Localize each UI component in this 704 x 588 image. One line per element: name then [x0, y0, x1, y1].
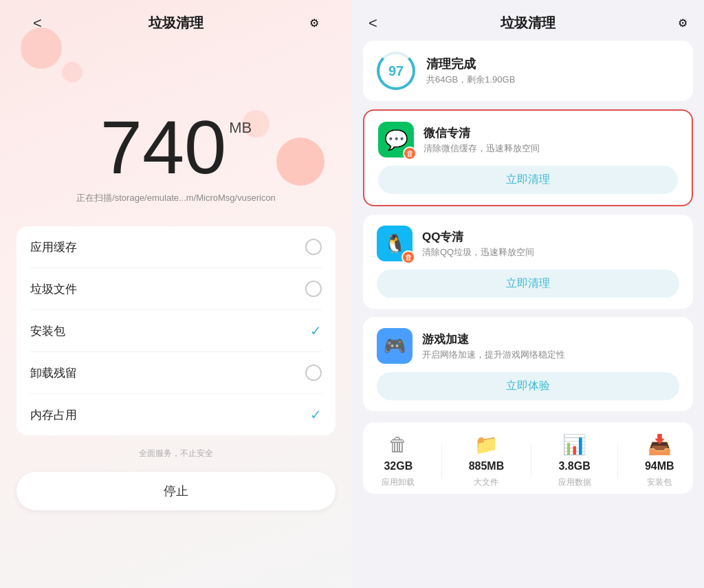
game-name: 游戏加速 — [422, 331, 565, 347]
stat-divider-3 — [617, 444, 618, 478]
deco-circle-2 — [62, 62, 82, 83]
check-item-cache[interactable]: 应用缓存 — [30, 226, 322, 268]
qq-clean-button[interactable]: 立即清理 — [377, 270, 679, 298]
qq-card-header: 🐧 🗑 QQ专清 清除QQ垃圾，迅速释放空间 — [377, 226, 679, 261]
left-gear-icon[interactable]: ⚙ — [298, 17, 319, 30]
wechat-desc: 清除微信缓存，迅速释放空间 — [424, 142, 540, 155]
uninstall-icon: 🗑 — [388, 433, 408, 456]
bigfile-label: 大文件 — [474, 477, 498, 488]
qq-name: QQ专清 — [422, 229, 534, 245]
check-tick-memory: ✓ — [310, 406, 322, 423]
qq-card: 🐧 🗑 QQ专清 清除QQ垃圾，迅速释放空间 立即清理 — [363, 215, 693, 309]
check-tick-apk: ✓ — [310, 323, 322, 339]
install-value: 94MB — [645, 460, 674, 472]
wechat-trash-badge: 🗑 — [403, 146, 417, 160]
game-card: 🎮 游戏加速 开启网络加速，提升游戏网络稳定性 立即体验 — [363, 317, 693, 411]
check-label-cache: 应用缓存 — [30, 239, 77, 255]
uninstall-value: 32GB — [384, 460, 412, 472]
stat-bigfile[interactable]: 📁 885MB 大文件 — [469, 433, 505, 488]
check-label-residual: 卸载残留 — [30, 365, 77, 381]
status-card: 97 清理完成 共64GB，剩余1.90GB — [363, 41, 693, 101]
install-icon: 📥 — [648, 433, 672, 456]
storage-display: 740 MB — [100, 109, 252, 185]
uninstall-label: 应用卸载 — [382, 477, 415, 488]
qq-trash-badge: 🗑 — [402, 250, 415, 264]
check-item-junk[interactable]: 垃圾文件 — [30, 268, 322, 310]
status-sub: 共64GB，剩余1.90GB — [426, 74, 515, 86]
check-label-junk: 垃圾文件 — [30, 281, 77, 297]
qq-info: QQ专清 清除QQ垃圾，迅速释放空间 — [422, 229, 534, 259]
install-label: 安装包 — [647, 477, 672, 488]
game-info: 游戏加速 开启网络加速，提升游戏网络稳定性 — [422, 331, 565, 361]
storage-unit: MB — [229, 119, 252, 137]
left-panel: < 垃圾清理 ⚙ 740 MB 正在扫描/storage/emulate...m… — [0, 0, 352, 588]
appdata-value: 3.8GB — [558, 460, 590, 472]
check-label-apk: 安装包 — [30, 323, 65, 339]
right-content: 97 清理完成 共64GB，剩余1.90GB 💬 🗑 微信专清 清除微信缓存，迅… — [352, 41, 704, 588]
wechat-clean-button[interactable]: 立即清理 — [378, 166, 678, 194]
check-circle-junk — [305, 281, 322, 297]
qq-desc: 清除QQ垃圾，迅速释放空间 — [422, 246, 534, 259]
check-item-residual[interactable]: 卸载残留 — [30, 352, 322, 394]
wechat-card-header: 💬 🗑 微信专清 清除微信缓存，迅速释放空间 — [378, 122, 678, 157]
appdata-label: 应用数据 — [558, 477, 591, 488]
stat-divider-2 — [531, 444, 531, 478]
stat-uninstall[interactable]: 🗑 32GB 应用卸载 — [382, 433, 415, 488]
status-info: 清理完成 共64GB，剩余1.90GB — [426, 56, 515, 86]
check-circle-cache — [305, 239, 322, 255]
check-item-apk[interactable]: 安装包 ✓ — [30, 310, 322, 352]
game-card-header: 🎮 游戏加速 开启网络加速，提升游戏网络稳定性 — [377, 328, 679, 364]
left-page-title: 垃圾清理 — [148, 14, 204, 32]
checklist: 应用缓存 垃圾文件 安装包 ✓ 卸载残留 内存占用 ✓ — [16, 226, 336, 435]
game-icon-wrapper: 🎮 — [377, 328, 412, 364]
wechat-name: 微信专清 — [424, 125, 540, 141]
stop-button[interactable]: 停止 — [16, 472, 336, 510]
bigfile-icon: 📁 — [474, 433, 498, 456]
left-header: < 垃圾清理 ⚙ — [16, 0, 336, 41]
right-page-title: 垃圾清理 — [500, 14, 556, 32]
right-header: < 垃圾清理 ⚙ — [352, 0, 704, 41]
wechat-info: 微信专清 清除微信缓存，迅速释放空间 — [424, 125, 540, 155]
game-icon: 🎮 — [377, 328, 412, 364]
deco-circle-1 — [21, 28, 62, 69]
stat-divider-1 — [441, 444, 442, 478]
right-gear-icon[interactable]: ⚙ — [667, 17, 688, 30]
wechat-icon-wrapper: 💬 🗑 — [378, 122, 414, 157]
service-text: 全面服务，不止安全 — [139, 448, 213, 459]
check-item-memory[interactable]: 内存占用 ✓ — [30, 394, 322, 435]
right-panel: < 垃圾清理 ⚙ 97 清理完成 共64GB，剩余1.90GB 💬 🗑 微信专清… — [352, 0, 704, 588]
bigfile-value: 885MB — [469, 460, 505, 472]
right-back-button[interactable]: < — [368, 14, 389, 32]
status-title: 清理完成 — [426, 56, 515, 72]
game-experience-button[interactable]: 立即体验 — [377, 372, 679, 400]
stat-install[interactable]: 📥 94MB 安装包 — [645, 433, 674, 488]
qq-icon-wrapper: 🐧 🗑 — [377, 226, 412, 261]
storage-number: 740 — [100, 109, 227, 185]
deco-circle-3 — [276, 138, 324, 186]
bottom-stats: 🗑 32GB 应用卸载 📁 885MB 大文件 📊 3.8GB 应用数据 📥 9… — [363, 422, 693, 494]
stat-appdata[interactable]: 📊 3.8GB 应用数据 — [558, 433, 591, 488]
status-circle: 97 — [377, 52, 415, 90]
game-desc: 开启网络加速，提升游戏网络稳定性 — [422, 349, 565, 361]
check-circle-residual — [305, 364, 322, 381]
appdata-icon: 📊 — [562, 433, 586, 456]
scan-text: 正在扫描/storage/emulate...m/MicroMsg/vuseri… — [76, 192, 276, 204]
wechat-card: 💬 🗑 微信专清 清除微信缓存，迅速释放空间 立即清理 — [363, 109, 693, 206]
check-label-memory: 内存占用 — [30, 407, 77, 423]
